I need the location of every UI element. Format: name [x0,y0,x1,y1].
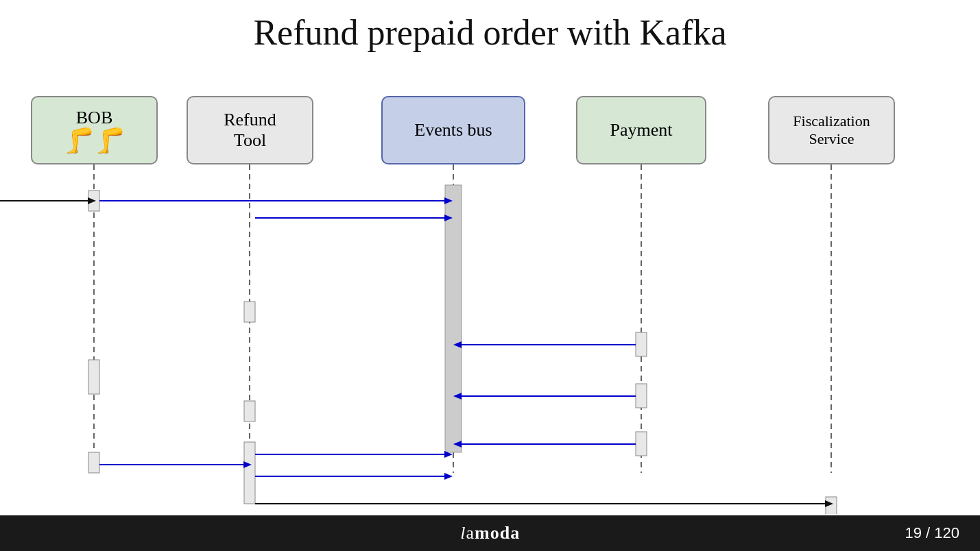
brand-bold: moda [475,523,520,543]
sequence-diagram-svg [0,89,980,514]
footer: lamoda 19 / 120 [0,515,980,551]
svg-rect-14 [636,432,647,456]
svg-rect-9 [244,302,255,322]
svg-rect-8 [88,452,99,473]
diagram-area: BOB 🦵🦵 RefundTool Events bus Payment Fis… [0,89,980,514]
svg-rect-7 [88,360,99,394]
page-title: Refund prepaid order with Kafka [0,0,980,53]
svg-rect-12 [636,332,647,356]
brand-italic: l [460,523,466,543]
svg-rect-5 [445,185,462,452]
svg-rect-10 [244,401,255,421]
svg-rect-13 [636,384,647,408]
brand-logo: lamoda [460,523,520,543]
svg-rect-11 [244,442,255,504]
svg-marker-31 [444,473,453,480]
page-number: 19 / 120 [905,524,959,542]
brand-a: a [466,523,475,543]
